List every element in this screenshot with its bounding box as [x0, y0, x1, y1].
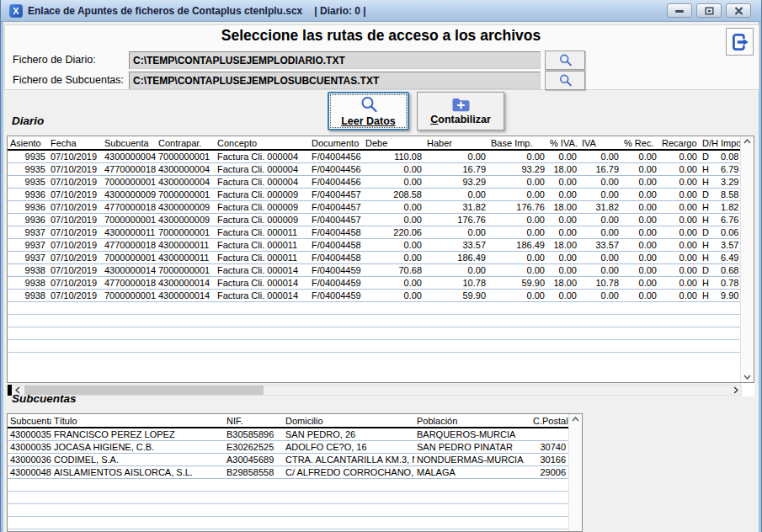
diario-grid-cell[interactable]: H [700, 277, 718, 290]
diario-grid-cell[interactable]: H [700, 290, 718, 302]
diario-grid-row[interactable]: 993707/10/201947700000184300000011Factur… [8, 239, 740, 252]
diario-grid-cell[interactable]: 0.00 [363, 214, 424, 226]
diario-grid-cell[interactable]: F/04004457 [309, 201, 363, 214]
diario-grid-row[interactable]: 993807/10/201970000000014300000014Factur… [8, 290, 740, 302]
diario-grid-cell[interactable]: 0.00 [547, 214, 579, 226]
contabilizar-button[interactable]: Contabilizar [417, 92, 504, 130]
diario-grid-cell[interactable]: F/04004458 [309, 226, 363, 239]
diario-grid-col-header[interactable]: D/H [700, 136, 718, 150]
diario-grid-cell[interactable]: 0.00 [363, 176, 424, 189]
diario-grid-cell[interactable]: 7000000001 [102, 214, 156, 226]
diario-grid-cell[interactable]: Factura Cli. 000009 [215, 214, 309, 226]
diario-grid-cell[interactable]: 4770000018 [102, 201, 156, 214]
diario-grid-cell[interactable]: 9.90 [718, 290, 740, 302]
diario-grid-cell[interactable]: 9937 [8, 226, 48, 239]
diario-grid-cell[interactable]: 9937 [8, 239, 48, 252]
diario-grid-cell[interactable]: 9936 [8, 214, 48, 226]
diario-grid-cell[interactable]: 07/10/2019 [48, 290, 102, 302]
diario-grid-col-header[interactable]: Base Imp. [488, 136, 547, 150]
diario-grid-cell[interactable]: H [700, 163, 718, 176]
diario-grid-cell[interactable]: 0.00 [547, 252, 579, 264]
diario-grid-col-header[interactable]: Impo [718, 136, 740, 150]
diario-grid-cell[interactable]: F/04004459 [309, 277, 363, 290]
diario-grid-col-header[interactable]: Asiento [8, 136, 48, 150]
diario-grid-cell[interactable]: H [700, 214, 718, 226]
diario-grid-cell[interactable]: 0.00 [488, 290, 547, 302]
diario-grid-cell[interactable]: 4770000018 [102, 239, 156, 252]
diario-grid-cell[interactable]: 0.00 [621, 214, 659, 226]
diario-grid-cell[interactable]: 0.00 [363, 252, 424, 264]
subcuentas-grid-cell[interactable]: B29858558 [224, 466, 283, 479]
diario-grid-cell[interactable]: 0.00 [579, 176, 621, 189]
subcuentas-vertical-scrollbar[interactable] [568, 414, 582, 531]
diario-grid-cell[interactable]: 07/10/2019 [48, 226, 102, 239]
diario-grid-cell[interactable]: 0.00 [363, 163, 424, 176]
diario-grid-cell[interactable]: 7000000001 [102, 252, 156, 264]
diario-grid-cell[interactable]: 0.00 [488, 264, 547, 277]
diario-grid-cell[interactable]: 4300000014 [156, 290, 215, 302]
diario-grid-cell[interactable]: F/04004456 [309, 163, 363, 176]
diario-grid-cell[interactable]: 4300000004 [102, 150, 156, 163]
subcuentas-grid-cell[interactable]: FRANCISCO PEREZ LOPEZ [51, 428, 224, 441]
diario-grid-cell[interactable]: 0.00 [621, 252, 659, 264]
diario-grid-cell[interactable]: H [700, 201, 718, 214]
diario-grid-cell[interactable]: 7000000001 [156, 150, 215, 163]
diario-grid-cell[interactable]: Factura Cli. 000011 [215, 226, 309, 239]
diario-grid-cell[interactable]: 93.29 [424, 176, 488, 189]
browse-subcuentas-button[interactable] [545, 71, 585, 90]
diario-grid-cell[interactable]: 07/10/2019 [48, 252, 102, 264]
diario-grid-cell[interactable]: 6.76 [718, 214, 740, 226]
diario-grid-cell[interactable]: F/04004459 [309, 290, 363, 302]
subcuentas-grid-cell[interactable] [530, 428, 568, 441]
diario-grid-cell[interactable]: 0.00 [621, 163, 659, 176]
diario-grid-row[interactable]: 993807/10/201943000000147000000001Factur… [8, 264, 740, 277]
diario-grid-cell[interactable]: H [700, 176, 718, 189]
diario-grid-cell[interactable]: 4770000018 [102, 163, 156, 176]
diario-grid-cell[interactable]: 0.00 [579, 214, 621, 226]
diario-grid-cell[interactable]: 0.00 [488, 226, 547, 239]
diario-grid-cell[interactable]: D [700, 189, 718, 201]
diario-grid-cell[interactable]: 4300000011 [156, 252, 215, 264]
diario-grid-cell[interactable]: 16.79 [579, 163, 621, 176]
diario-grid-row[interactable]: 993507/10/201943000000047000000001Factur… [8, 150, 740, 163]
subcuentas-grid-cell[interactable]: MALAGA [414, 466, 530, 479]
subcuentas-grid-cell[interactable]: 4300003528 [8, 428, 51, 441]
subcuentas-grid-col-header[interactable]: Población [414, 414, 530, 428]
diario-grid-cell[interactable]: F/04004458 [309, 252, 363, 264]
diario-grid-cell[interactable]: 0.00 [547, 189, 579, 201]
chevron-up-icon[interactable] [741, 139, 754, 144]
diario-grid-row[interactable]: 993607/10/201970000000014300000009Factur… [8, 214, 740, 226]
subcuentas-grid-col-header[interactable]: Título [51, 414, 224, 428]
diario-grid-cell[interactable]: Factura Cli. 000009 [215, 189, 309, 201]
diario-grid-cell[interactable]: 18.00 [547, 163, 579, 176]
diario-grid-cell[interactable]: 0.00 [424, 264, 488, 277]
chevron-down-icon[interactable] [741, 375, 754, 380]
diario-grid-row[interactable]: 993807/10/201947700000184300000014Factur… [8, 277, 740, 290]
subcuentas-grid-row[interactable]: 4300004828AISLAMIENTOS AISLORCA, S.L.B29… [8, 466, 568, 479]
diario-grid-cell[interactable]: 7000000001 [102, 290, 156, 302]
diario-grid-row[interactable]: 993607/10/201943000000097000000001Factur… [8, 189, 740, 201]
subcuentas-grid-cell[interactable]: A30045689 [224, 454, 283, 466]
diario-grid-cell[interactable]: Factura Cli. 000011 [215, 252, 309, 264]
diario-grid-cell[interactable]: 1.82 [718, 201, 740, 214]
diario-grid-col-header[interactable]: IVA [579, 136, 621, 150]
diario-grid-cell[interactable]: 4770000018 [102, 277, 156, 290]
diario-grid-cell[interactable]: 0.00 [621, 239, 659, 252]
diario-grid-cell[interactable]: 7000000001 [156, 264, 215, 277]
subcuentas-grid-cell[interactable]: JOCASA HIGIENE, C.B. [51, 441, 224, 454]
diario-grid-cell[interactable]: 59.90 [424, 290, 488, 302]
diario-grid-cell[interactable]: 0.00 [621, 189, 659, 201]
diario-grid-row[interactable]: 993707/10/201970000000014300000011Factur… [8, 252, 740, 264]
subcuentas-grid-col-header[interactable]: Domicilio [283, 414, 414, 428]
diario-grid-cell[interactable]: 4300000009 [102, 189, 156, 201]
subcuentas-grid-cell[interactable]: 29006 [530, 466, 568, 479]
diario-grid-cell[interactable]: 0.00 [659, 264, 700, 277]
diario-grid-cell[interactable]: 07/10/2019 [48, 176, 102, 189]
diario-grid-cell[interactable]: 0.00 [579, 150, 621, 163]
diario-grid-cell[interactable]: 0.00 [547, 150, 579, 163]
diario-grid-cell[interactable]: 16.79 [424, 163, 488, 176]
diario-grid-cell[interactable]: 0.00 [659, 201, 700, 214]
diario-grid-cell[interactable]: 18.00 [547, 277, 579, 290]
diario-grid-cell[interactable]: 4300000004 [156, 163, 215, 176]
subcuentas-grid-cell[interactable]: C/ ALFREDO CORROCHANO, 8 [283, 466, 414, 479]
